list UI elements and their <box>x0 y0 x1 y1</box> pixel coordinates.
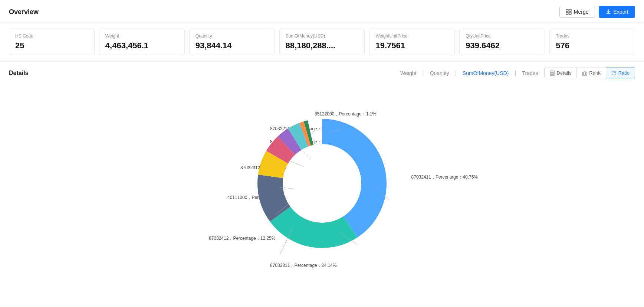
pie-icon <box>611 71 617 76</box>
stat-card-trades: Trades 576 <box>549 29 635 55</box>
nav-weight[interactable]: Weight <box>400 70 416 76</box>
svg-rect-3 <box>569 12 571 14</box>
stat-label: Quantity <box>196 33 269 39</box>
stat-card-hscode: HS Code 25 <box>9 29 95 55</box>
stat-value: 88,180,288.... <box>286 41 359 50</box>
export-button[interactable]: Export <box>599 6 635 18</box>
page: Overview Merge Export HS Code <box>0 0 644 307</box>
donut-hole <box>283 144 361 222</box>
svg-rect-8 <box>584 71 585 75</box>
merge-label: Merge <box>574 9 589 15</box>
nav-trades[interactable]: Trades <box>522 70 538 76</box>
svg-rect-2 <box>566 12 568 14</box>
svg-rect-5 <box>550 73 555 74</box>
export-label: Export <box>614 9 628 15</box>
stat-label: Trades <box>556 33 629 39</box>
export-icon <box>605 9 611 15</box>
label-87032411: 87032411，Percentage：40.75% <box>411 174 478 180</box>
chart-area: 85122000，Percentage：1.1% 87032211，Percen… <box>9 83 635 284</box>
details-view-button[interactable]: Details <box>544 68 577 78</box>
stat-label: WeightUnitPrice <box>375 33 448 39</box>
stat-value: 93,844.14 <box>196 41 269 50</box>
stat-label: Weight <box>105 33 178 39</box>
label-87032311: 87032311，Percentage：24.14% <box>270 262 336 269</box>
details-title: Details <box>9 70 28 76</box>
header: Overview Merge Export <box>0 0 644 23</box>
stat-card-sumofmoneyusd: SumOfMoney(USD) 88,180,288.... <box>279 29 365 55</box>
stats-row: HS Code 25Weight 4,463,456.1Quantity 93,… <box>0 23 644 62</box>
details-section: Details Weight | Quantity | SumOfMoney(U… <box>0 62 644 284</box>
svg-rect-9 <box>586 73 587 75</box>
stat-value: 25 <box>15 41 88 50</box>
header-actions: Merge Export <box>559 6 635 18</box>
merge-icon <box>566 9 572 15</box>
stat-card-weight: Weight 4,463,456.1 <box>99 29 185 55</box>
ratio-view-button[interactable]: Ratio <box>606 68 635 78</box>
rank-view-button[interactable]: Rank <box>577 68 606 78</box>
stat-card-weightunitprice: WeightUnitPrice 19.7561 <box>369 29 455 55</box>
stat-value: 576 <box>556 41 629 50</box>
stat-value: 939.6462 <box>466 41 539 50</box>
svg-rect-0 <box>566 9 568 12</box>
svg-rect-7 <box>582 72 584 75</box>
stat-card-qtyunitprice: QtyUnitPrice 939.6462 <box>459 29 545 55</box>
stat-label: SumOfMoney(USD) <box>286 33 359 39</box>
details-header: Details Weight | Quantity | SumOfMoney(U… <box>9 62 635 83</box>
stat-value: 19.7561 <box>375 41 448 50</box>
svg-rect-6 <box>550 75 555 75</box>
stat-card-quantity: Quantity 93,844.14 <box>189 29 275 55</box>
stat-label: HS Code <box>15 33 88 39</box>
rank-icon <box>582 71 587 76</box>
merge-button[interactable]: Merge <box>559 6 595 18</box>
details-nav: Weight | Quantity | SumOfMoney(USD) | Tr… <box>400 70 538 76</box>
svg-rect-4 <box>550 71 555 72</box>
nav-sumofmoney[interactable]: SumOfMoney(USD) <box>463 70 509 76</box>
page-title: Overview <box>9 8 39 16</box>
nav-quantity[interactable]: Quantity <box>430 70 449 76</box>
table-icon <box>550 71 555 76</box>
stat-label: QtyUnitPrice <box>466 33 539 39</box>
svg-rect-1 <box>569 9 571 12</box>
donut-chart <box>252 113 392 254</box>
stat-value: 4,463,456.1 <box>105 41 178 50</box>
view-toggles: Details Rank <box>544 68 635 78</box>
